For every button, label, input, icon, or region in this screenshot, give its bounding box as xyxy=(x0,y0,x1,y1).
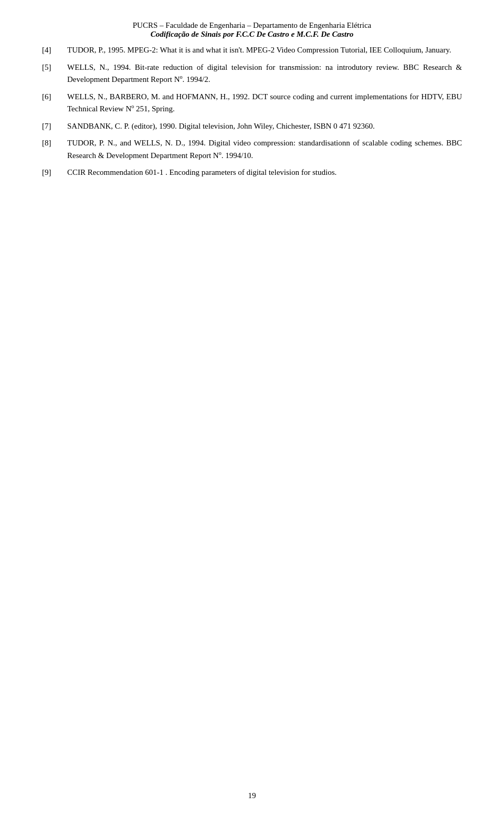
ref-number-5: [5] xyxy=(42,61,67,86)
ref-number-6: [6] xyxy=(42,91,67,115)
reference-8: [8] TUDOR, P. N., and WELLS, N. D., 1994… xyxy=(42,137,462,161)
reference-5: [5] WELLS, N., 1994. Bit-rate reduction … xyxy=(42,61,462,86)
reference-7: [7] SANDBANK, C. P. (editor), 1990. Digi… xyxy=(42,120,462,132)
references-list: [4] TUDOR, P., 1995. MPEG-2: What it is … xyxy=(42,44,462,179)
reference-9: [9] CCIR Recommendation 601-1 . Encoding… xyxy=(42,166,462,179)
page-header: PUCRS – Faculdade de Engenharia – Depart… xyxy=(42,21,462,39)
ref-number-8: [8] xyxy=(42,137,67,161)
ref-content-7: SANDBANK, C. P. (editor), 1990. Digital … xyxy=(67,120,462,132)
reference-4: [4] TUDOR, P., 1995. MPEG-2: What it is … xyxy=(42,44,462,56)
ref-number-4: [4] xyxy=(42,44,67,56)
ref-number-9: [9] xyxy=(42,166,67,179)
ref-content-9: CCIR Recommendation 601-1 . Encoding par… xyxy=(67,166,462,179)
ref-content-8: TUDOR, P. N., and WELLS, N. D., 1994. Di… xyxy=(67,137,462,161)
header-course-normal: por F.C.C De Castro e M.C.F. De Castro xyxy=(221,30,353,38)
ref-content-6: WELLS, N., BARBERO, M. and HOFMANN, H., … xyxy=(67,91,462,115)
header-institution: PUCRS – Faculdade de Engenharia – Depart… xyxy=(42,21,462,30)
header-course: Codificação de Sinais por F.C.C De Castr… xyxy=(42,30,462,39)
page: PUCRS – Faculdade de Engenharia – Depart… xyxy=(0,0,504,816)
header-course-italic: Codificação de Sinais xyxy=(151,30,221,38)
page-number: 19 xyxy=(248,791,256,800)
superscript-5: o xyxy=(180,74,183,80)
superscript-6: o xyxy=(131,103,134,109)
ref-content-5: WELLS, N., 1994. Bit-rate reduction of d… xyxy=(67,61,462,86)
superscript-8: o xyxy=(219,150,222,156)
ref-content-4: TUDOR, P., 1995. MPEG-2: What it is and … xyxy=(67,44,462,56)
ref-number-7: [7] xyxy=(42,120,67,132)
reference-6: [6] WELLS, N., BARBERO, M. and HOFMANN, … xyxy=(42,91,462,115)
